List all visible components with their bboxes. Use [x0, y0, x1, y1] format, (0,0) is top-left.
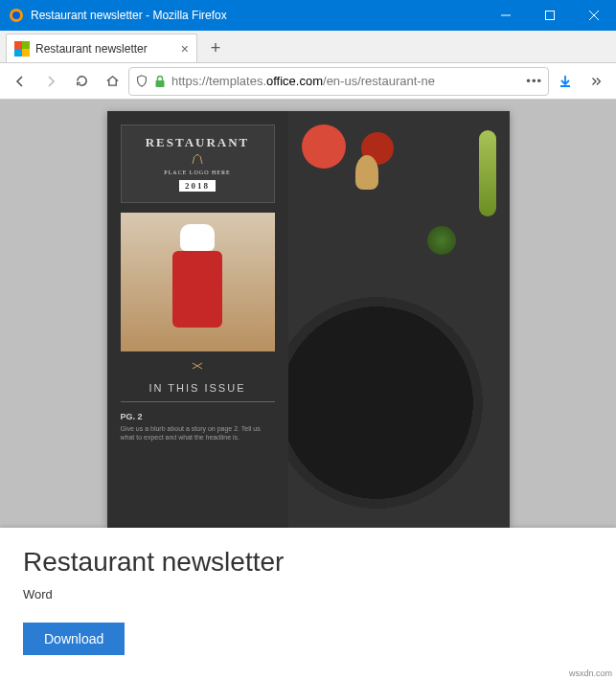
minimize-button[interactable]	[484, 0, 528, 31]
shield-icon	[135, 75, 148, 88]
url-text: https://templates.office.com/en-us/resta…	[171, 74, 520, 88]
tab-label: Restaurant newsletter	[35, 42, 175, 56]
template-title: Restaurant newsletter	[23, 547, 593, 578]
home-button[interactable]	[98, 67, 126, 96]
close-window-button[interactable]	[572, 0, 616, 31]
template-preview-area: RESTAURANT PLACE LOGO HERE 2018 IN THIS …	[0, 100, 616, 528]
template-info-panel: Restaurant newsletter Word Download	[0, 528, 616, 680]
window-title: Restaurant newsletter - Mozilla Firefox	[31, 9, 484, 22]
maximize-button[interactable]	[528, 0, 572, 31]
tab-active[interactable]: Restaurant newsletter ×	[6, 34, 197, 62]
forward-button[interactable]	[36, 67, 65, 96]
address-bar[interactable]: https://templates.office.com/en-us/resta…	[128, 67, 549, 96]
template-food-image	[288, 111, 510, 528]
content-area: RESTAURANT PLACE LOGO HERE 2018 IN THIS …	[0, 100, 616, 680]
svg-rect-6	[156, 80, 165, 87]
page-actions-icon[interactable]: •••	[526, 74, 542, 88]
template-app: Word	[23, 587, 593, 601]
template-logo: RESTAURANT PLACE LOGO HERE 2018	[121, 125, 275, 203]
template-issue-block: IN THIS ISSUE PG. 2 Give us a blurb abou…	[121, 361, 275, 442]
watermark: wsxdn.com	[569, 669, 612, 678]
download-button[interactable]: Download	[23, 623, 125, 655]
toolbar: https://templates.office.com/en-us/resta…	[0, 63, 616, 100]
overflow-button[interactable]	[582, 67, 610, 96]
template-chef-image	[121, 213, 275, 351]
lock-icon	[154, 75, 166, 88]
titlebar: Restaurant newsletter - Mozilla Firefox	[0, 0, 616, 31]
template-preview: RESTAURANT PLACE LOGO HERE 2018 IN THIS …	[107, 111, 510, 528]
firefox-icon	[8, 7, 25, 24]
svg-point-1	[12, 11, 20, 19]
new-tab-button[interactable]: +	[201, 34, 230, 62]
microsoft-favicon	[14, 41, 30, 57]
svg-rect-3	[546, 11, 555, 20]
back-button[interactable]	[6, 67, 34, 96]
downloads-button[interactable]	[551, 67, 580, 96]
close-tab-icon[interactable]: ×	[181, 41, 189, 57]
reload-button[interactable]	[67, 67, 96, 96]
tab-strip: Restaurant newsletter × +	[0, 31, 616, 63]
